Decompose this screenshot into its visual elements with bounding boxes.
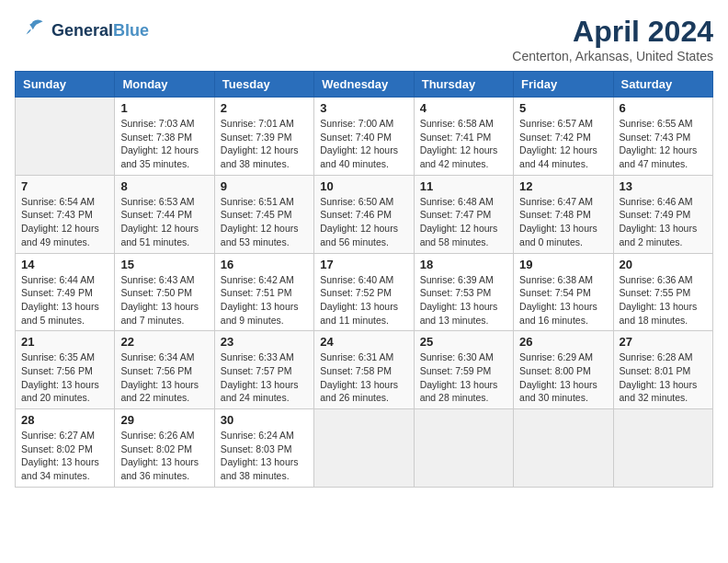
day-number: 3 <box>320 101 407 115</box>
calendar-cell: 3Sunrise: 7:00 AM Sunset: 7:40 PM Daylig… <box>314 98 414 176</box>
day-number: 9 <box>221 179 308 193</box>
calendar-cell: 26Sunrise: 6:29 AM Sunset: 8:00 PM Dayli… <box>514 331 613 409</box>
calendar-cell: 25Sunrise: 6:30 AM Sunset: 7:59 PM Dayli… <box>414 331 513 409</box>
day-number: 12 <box>519 179 607 193</box>
day-info: Sunrise: 6:54 AM Sunset: 7:43 PM Dayligh… <box>21 195 108 249</box>
day-info: Sunrise: 6:33 AM Sunset: 7:57 PM Dayligh… <box>221 350 308 405</box>
logo-general: General <box>51 21 113 40</box>
calendar-cell: 4Sunrise: 6:58 AM Sunset: 7:41 PM Daylig… <box>414 98 513 176</box>
day-info: Sunrise: 6:30 AM Sunset: 7:59 PM Dayligh… <box>420 350 507 405</box>
calendar-cell: 11Sunrise: 6:48 AM Sunset: 7:47 PM Dayli… <box>414 175 513 253</box>
calendar-cell: 12Sunrise: 6:47 AM Sunset: 7:48 PM Dayli… <box>514 175 613 253</box>
month-title: April 2024 <box>512 15 713 49</box>
day-info: Sunrise: 6:58 AM Sunset: 7:41 PM Dayligh… <box>420 117 507 171</box>
day-info: Sunrise: 6:36 AM Sunset: 7:55 PM Dayligh… <box>620 273 707 327</box>
day-info: Sunrise: 6:50 AM Sunset: 7:46 PM Dayligh… <box>320 195 407 249</box>
day-info: Sunrise: 6:46 AM Sunset: 7:49 PM Dayligh… <box>620 195 707 249</box>
day-info: Sunrise: 6:55 AM Sunset: 7:43 PM Dayligh… <box>620 117 707 171</box>
weekday-header: Saturday <box>613 72 712 98</box>
calendar-cell: 22Sunrise: 6:34 AM Sunset: 7:56 PM Dayli… <box>115 331 214 409</box>
calendar-cell: 24Sunrise: 6:31 AM Sunset: 7:58 PM Dayli… <box>314 331 414 409</box>
day-info: Sunrise: 6:57 AM Sunset: 7:42 PM Dayligh… <box>519 117 607 171</box>
day-info: Sunrise: 6:34 AM Sunset: 7:56 PM Dayligh… <box>120 350 208 405</box>
day-number: 2 <box>221 101 308 115</box>
day-info: Sunrise: 6:43 AM Sunset: 7:50 PM Dayligh… <box>120 273 208 327</box>
day-number: 13 <box>620 179 707 193</box>
calendar-cell: 20Sunrise: 6:36 AM Sunset: 7:55 PM Dayli… <box>613 253 712 331</box>
calendar-cell: 7Sunrise: 6:54 AM Sunset: 7:43 PM Daylig… <box>16 175 115 253</box>
weekday-header: Thursday <box>414 72 513 98</box>
calendar-week-row: 7Sunrise: 6:54 AM Sunset: 7:43 PM Daylig… <box>16 175 713 253</box>
calendar-table: SundayMondayTuesdayWednesdayThursdayFrid… <box>15 71 713 488</box>
weekday-header: Tuesday <box>214 72 313 98</box>
day-info: Sunrise: 7:01 AM Sunset: 7:39 PM Dayligh… <box>221 117 308 171</box>
calendar-cell: 29Sunrise: 6:26 AM Sunset: 8:02 PM Dayli… <box>115 409 214 488</box>
title-block: April 2024 Centerton, Arkansas, United S… <box>512 15 713 63</box>
day-number: 18 <box>420 258 507 271</box>
weekday-header: Monday <box>115 72 214 98</box>
calendar-cell <box>16 98 115 176</box>
day-number: 28 <box>21 413 108 427</box>
day-number: 15 <box>120 258 208 271</box>
day-number: 6 <box>620 101 707 115</box>
calendar-cell: 5Sunrise: 6:57 AM Sunset: 7:42 PM Daylig… <box>514 98 613 176</box>
calendar-week-row: 1Sunrise: 7:03 AM Sunset: 7:38 PM Daylig… <box>16 98 713 176</box>
calendar-cell: 30Sunrise: 6:24 AM Sunset: 8:03 PM Dayli… <box>214 409 313 488</box>
day-info: Sunrise: 7:03 AM Sunset: 7:38 PM Dayligh… <box>120 117 208 171</box>
day-number: 29 <box>120 413 208 427</box>
logo-text-block: GeneralBlue <box>51 22 149 40</box>
calendar-cell: 10Sunrise: 6:50 AM Sunset: 7:46 PM Dayli… <box>314 175 414 253</box>
day-info: Sunrise: 6:44 AM Sunset: 7:49 PM Dayligh… <box>21 273 108 327</box>
day-number: 26 <box>519 335 607 349</box>
weekday-header: Wednesday <box>314 72 414 98</box>
calendar-cell: 18Sunrise: 6:39 AM Sunset: 7:53 PM Dayli… <box>414 253 513 331</box>
logo-icon <box>15 15 48 48</box>
weekday-header: Sunday <box>16 72 115 98</box>
day-number: 10 <box>320 179 407 193</box>
calendar-cell: 21Sunrise: 6:35 AM Sunset: 7:56 PM Dayli… <box>16 331 115 409</box>
day-number: 24 <box>320 335 407 349</box>
calendar-cell: 14Sunrise: 6:44 AM Sunset: 7:49 PM Dayli… <box>16 253 115 331</box>
day-info: Sunrise: 6:40 AM Sunset: 7:52 PM Dayligh… <box>320 273 407 327</box>
calendar-week-row: 14Sunrise: 6:44 AM Sunset: 7:49 PM Dayli… <box>16 253 713 331</box>
page-header: GeneralBlue April 2024 Centerton, Arkans… <box>15 15 713 63</box>
calendar-week-row: 28Sunrise: 6:27 AM Sunset: 8:02 PM Dayli… <box>16 409 713 488</box>
calendar-cell: 2Sunrise: 7:01 AM Sunset: 7:39 PM Daylig… <box>214 98 313 176</box>
day-info: Sunrise: 6:47 AM Sunset: 7:48 PM Dayligh… <box>519 195 607 249</box>
calendar-cell: 28Sunrise: 6:27 AM Sunset: 8:02 PM Dayli… <box>16 409 115 488</box>
day-number: 7 <box>21 179 108 193</box>
day-number: 11 <box>420 179 507 193</box>
calendar-cell <box>314 409 414 488</box>
day-info: Sunrise: 6:27 AM Sunset: 8:02 PM Dayligh… <box>21 429 108 483</box>
day-number: 1 <box>120 101 208 115</box>
calendar-week-row: 21Sunrise: 6:35 AM Sunset: 7:56 PM Dayli… <box>16 331 713 409</box>
day-number: 14 <box>21 258 108 271</box>
calendar-cell: 1Sunrise: 7:03 AM Sunset: 7:38 PM Daylig… <box>115 98 214 176</box>
calendar-cell: 9Sunrise: 6:51 AM Sunset: 7:45 PM Daylig… <box>214 175 313 253</box>
calendar-cell: 6Sunrise: 6:55 AM Sunset: 7:43 PM Daylig… <box>613 98 712 176</box>
day-number: 30 <box>221 413 308 427</box>
calendar-cell: 16Sunrise: 6:42 AM Sunset: 7:51 PM Dayli… <box>214 253 313 331</box>
calendar-cell: 19Sunrise: 6:38 AM Sunset: 7:54 PM Dayli… <box>514 253 613 331</box>
calendar-cell: 8Sunrise: 6:53 AM Sunset: 7:44 PM Daylig… <box>115 175 214 253</box>
day-number: 27 <box>620 335 707 349</box>
calendar-header-row: SundayMondayTuesdayWednesdayThursdayFrid… <box>16 72 713 98</box>
day-info: Sunrise: 6:24 AM Sunset: 8:03 PM Dayligh… <box>221 429 308 483</box>
calendar-cell <box>414 409 513 488</box>
weekday-header: Friday <box>514 72 613 98</box>
calendar-cell <box>514 409 613 488</box>
calendar-cell: 27Sunrise: 6:28 AM Sunset: 8:01 PM Dayli… <box>613 331 712 409</box>
day-number: 21 <box>21 335 108 349</box>
day-number: 5 <box>519 101 607 115</box>
day-info: Sunrise: 6:42 AM Sunset: 7:51 PM Dayligh… <box>221 273 308 327</box>
day-number: 4 <box>420 101 507 115</box>
day-info: Sunrise: 6:48 AM Sunset: 7:47 PM Dayligh… <box>420 195 507 249</box>
logo-blue: Blue <box>113 21 149 40</box>
logo: GeneralBlue <box>15 15 149 48</box>
calendar-cell: 17Sunrise: 6:40 AM Sunset: 7:52 PM Dayli… <box>314 253 414 331</box>
day-info: Sunrise: 6:35 AM Sunset: 7:56 PM Dayligh… <box>21 350 108 405</box>
day-number: 8 <box>120 179 208 193</box>
day-info: Sunrise: 6:28 AM Sunset: 8:01 PM Dayligh… <box>620 350 707 405</box>
day-number: 23 <box>221 335 308 349</box>
day-info: Sunrise: 6:29 AM Sunset: 8:00 PM Dayligh… <box>519 350 607 405</box>
